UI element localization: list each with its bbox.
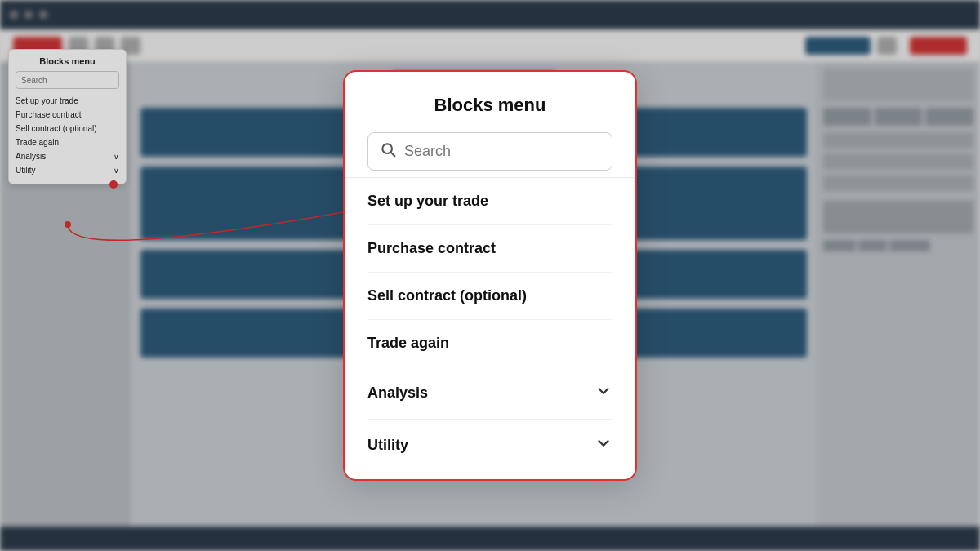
modal-title: Blocks menu xyxy=(368,95,612,116)
modal-item-purchase[interactable]: Purchase contract xyxy=(368,225,612,273)
modal-item-setup-label: Set up your trade xyxy=(368,193,488,210)
modal-item-analysis-label: Analysis xyxy=(368,384,428,402)
blocks-menu-modal: Blocks menu Set up your trade Purchase c… xyxy=(343,70,637,481)
modal-item-analysis[interactable]: Analysis xyxy=(368,367,612,420)
chevron-down-analysis-icon xyxy=(595,382,612,404)
modal-item-trade-label: Trade again xyxy=(368,335,449,352)
modal-item-sell[interactable]: Sell contract (optional) xyxy=(368,273,612,320)
modal-item-setup[interactable]: Set up your trade xyxy=(368,178,612,225)
svg-line-2 xyxy=(391,153,394,156)
chevron-down-utility-icon xyxy=(595,434,612,456)
modal-item-trade[interactable]: Trade again xyxy=(368,320,612,367)
modal-item-purchase-label: Purchase contract xyxy=(368,240,496,257)
modal-search-icon xyxy=(380,141,396,162)
modal-item-sell-label: Sell contract (optional) xyxy=(368,287,527,304)
modal-search-box[interactable] xyxy=(368,132,612,171)
modal-item-utility[interactable]: Utility xyxy=(368,420,612,460)
modal-item-utility-label: Utility xyxy=(368,437,408,454)
modal-search-input[interactable] xyxy=(404,143,600,160)
svg-point-1 xyxy=(382,144,392,153)
modal-overlay[interactable]: Blocks menu Set up your trade Purchase c… xyxy=(0,0,980,551)
